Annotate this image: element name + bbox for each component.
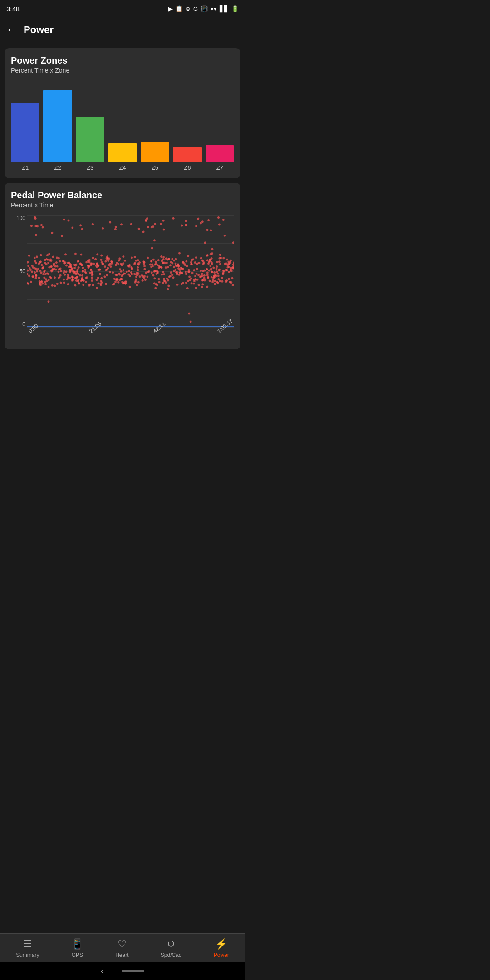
svg-point-247 bbox=[117, 263, 119, 265]
svg-point-136 bbox=[209, 265, 211, 267]
svg-point-266 bbox=[194, 275, 196, 277]
svg-point-382 bbox=[45, 278, 47, 280]
svg-point-411 bbox=[64, 253, 67, 255]
x-labels: 0:0021:0542:111:03:17 bbox=[27, 328, 234, 342]
svg-point-551 bbox=[163, 278, 165, 280]
svg-point-479 bbox=[59, 267, 62, 270]
svg-point-624 bbox=[63, 218, 65, 220]
svg-point-482 bbox=[124, 283, 127, 285]
svg-point-372 bbox=[102, 263, 104, 265]
svg-point-96 bbox=[231, 277, 233, 279]
svg-point-240 bbox=[191, 259, 193, 261]
svg-point-659 bbox=[48, 300, 50, 303]
svg-point-595 bbox=[118, 260, 120, 262]
svg-point-386 bbox=[148, 270, 150, 273]
svg-point-497 bbox=[80, 280, 83, 282]
svg-point-592 bbox=[175, 271, 177, 274]
svg-point-15 bbox=[122, 269, 124, 271]
svg-point-466 bbox=[170, 271, 172, 274]
svg-point-249 bbox=[200, 270, 202, 272]
svg-point-291 bbox=[44, 281, 46, 283]
svg-point-534 bbox=[106, 274, 108, 276]
svg-point-205 bbox=[199, 275, 201, 278]
svg-point-150 bbox=[112, 271, 114, 274]
svg-point-611 bbox=[114, 228, 117, 230]
svg-point-657 bbox=[30, 225, 33, 227]
bar-col-z4: Z4 bbox=[108, 80, 137, 171]
bar-label-z6: Z6 bbox=[184, 164, 191, 171]
svg-point-20 bbox=[99, 273, 101, 275]
svg-point-527 bbox=[74, 272, 76, 274]
svg-point-111 bbox=[135, 260, 137, 262]
bar-label-z5: Z5 bbox=[152, 164, 158, 171]
svg-point-232 bbox=[228, 266, 230, 268]
battery-icon: 🔋 bbox=[231, 5, 239, 12]
svg-point-28 bbox=[63, 281, 65, 284]
svg-point-553 bbox=[216, 261, 218, 263]
svg-point-634 bbox=[181, 225, 183, 227]
svg-point-345 bbox=[108, 264, 110, 266]
svg-point-231 bbox=[48, 253, 50, 255]
svg-point-505 bbox=[31, 275, 34, 278]
svg-point-134 bbox=[65, 265, 68, 267]
svg-point-239 bbox=[36, 270, 38, 273]
svg-point-285 bbox=[203, 262, 205, 264]
svg-point-389 bbox=[135, 279, 137, 281]
svg-point-104 bbox=[194, 261, 196, 264]
svg-point-544 bbox=[218, 257, 220, 260]
svg-point-288 bbox=[113, 283, 115, 285]
svg-point-459 bbox=[100, 280, 102, 282]
svg-point-428 bbox=[54, 276, 56, 279]
svg-point-360 bbox=[157, 259, 160, 261]
svg-point-587 bbox=[229, 281, 231, 283]
svg-point-575 bbox=[90, 268, 92, 270]
header: ← Power bbox=[0, 16, 245, 44]
svg-point-407 bbox=[141, 274, 143, 277]
y-label-100: 100 bbox=[16, 215, 25, 221]
svg-point-335 bbox=[154, 287, 157, 289]
svg-point-464 bbox=[165, 257, 167, 260]
svg-point-377 bbox=[124, 280, 127, 283]
svg-point-223 bbox=[135, 276, 137, 278]
vibrate-icon: 📳 bbox=[201, 5, 208, 12]
svg-point-488 bbox=[27, 261, 29, 264]
clipboard-icon: 📋 bbox=[176, 5, 183, 12]
bar-label-z3: Z3 bbox=[87, 164, 93, 171]
svg-point-562 bbox=[216, 281, 219, 284]
bar-z3 bbox=[76, 117, 104, 162]
play-icon: ▶ bbox=[168, 5, 173, 12]
svg-point-452 bbox=[48, 266, 50, 269]
svg-point-125 bbox=[117, 281, 119, 284]
svg-point-61 bbox=[206, 286, 208, 288]
svg-point-183 bbox=[67, 274, 69, 276]
svg-point-518 bbox=[206, 255, 208, 257]
svg-point-355 bbox=[80, 253, 82, 255]
svg-point-506 bbox=[211, 261, 213, 264]
svg-point-628 bbox=[162, 220, 164, 222]
svg-point-334 bbox=[131, 273, 133, 275]
svg-point-375 bbox=[41, 283, 44, 285]
svg-point-243 bbox=[218, 269, 220, 271]
svg-point-463 bbox=[136, 284, 138, 286]
svg-point-373 bbox=[81, 278, 83, 280]
svg-point-350 bbox=[203, 277, 206, 279]
svg-point-648 bbox=[211, 252, 213, 255]
svg-point-623 bbox=[147, 226, 149, 228]
svg-point-605 bbox=[110, 265, 112, 268]
svg-point-117 bbox=[185, 282, 187, 284]
svg-point-167 bbox=[103, 275, 106, 278]
svg-point-140 bbox=[167, 279, 169, 282]
svg-point-501 bbox=[187, 255, 189, 257]
svg-point-443 bbox=[225, 262, 227, 265]
svg-point-431 bbox=[182, 268, 184, 270]
svg-point-570 bbox=[161, 260, 163, 262]
svg-point-521 bbox=[214, 283, 216, 285]
svg-point-148 bbox=[28, 255, 30, 257]
svg-point-422 bbox=[90, 262, 93, 265]
svg-point-656 bbox=[142, 230, 145, 233]
svg-point-444 bbox=[121, 264, 123, 266]
svg-point-426 bbox=[82, 284, 84, 286]
back-button[interactable]: ← bbox=[6, 24, 16, 36]
svg-point-515 bbox=[211, 276, 213, 278]
svg-point-368 bbox=[230, 270, 233, 272]
